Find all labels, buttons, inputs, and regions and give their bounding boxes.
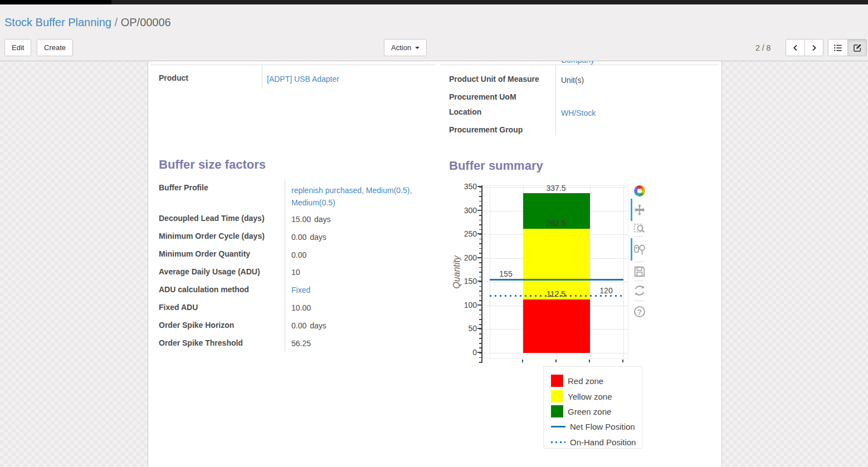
column-separator — [555, 65, 556, 134]
buffer-profile-value-link[interactable]: replenish purchased, Medium(0.5), Medium… — [291, 184, 432, 209]
y-axis-major-tick — [477, 281, 481, 282]
product-uom-label: Product Unit of Measure — [449, 75, 539, 83]
legend-item-yellow-zone[interactable]: Yellow zone — [551, 390, 612, 402]
compare-hover-icon[interactable] — [633, 243, 646, 257]
field-suffix: days — [310, 233, 326, 242]
pager-buttons — [786, 39, 823, 56]
form-view-button[interactable] — [847, 39, 867, 56]
list-icon — [833, 43, 842, 52]
y-tick-label: 0 — [460, 348, 477, 357]
adu-label: Average Daily Usage (ADU) — [159, 267, 260, 276]
adu-value: 10 — [291, 268, 300, 277]
field-number: 15.00 — [291, 215, 311, 224]
column-separator — [262, 65, 262, 89]
control-panel: Stock Buffer Planning / OP/00006 Edit Cr… — [0, 4, 868, 61]
buffer-size-factors-title: Buffer size factors — [159, 158, 266, 172]
gridline — [590, 186, 591, 358]
caret-down-icon — [415, 47, 420, 49]
order-spike-threshold-label: Order Spike Threshold — [159, 338, 243, 347]
column-separator — [285, 180, 285, 352]
product-uom-value: Unit(s) — [561, 76, 584, 85]
product-label: Product — [159, 73, 188, 82]
chevron-left-icon — [791, 43, 800, 52]
y-axis-major-tick — [477, 352, 481, 353]
order-spike-threshold-value: 56.25 — [291, 339, 311, 348]
top-navbar — [0, 0, 868, 4]
fixed-adu-value: 10.00 — [291, 303, 311, 312]
legend-label: Red zone — [568, 376, 603, 386]
breadcrumb-current: OP/00006 — [121, 16, 171, 28]
fixed-adu-label: Fixed ADU — [159, 303, 198, 312]
minimum-order-cycle-label: Minimum Order Cycle (days) — [159, 232, 265, 240]
y-axis-major-tick — [477, 304, 481, 306]
action-button-label: Action — [391, 43, 411, 52]
legend-label: Yellow zone — [568, 392, 612, 401]
box-zoom-icon[interactable] — [633, 222, 646, 235]
create-button[interactable]: Create — [37, 39, 73, 56]
pager-next-button[interactable] — [804, 39, 823, 56]
legend-item-red-zone[interactable]: Red zone — [551, 375, 603, 387]
breadcrumb-parent-link[interactable]: Stock Buffer Planning — [4, 16, 111, 28]
x-axis-tick — [589, 360, 590, 362]
legend-item-on-hand[interactable]: On-Hand Position — [551, 437, 636, 447]
reset-icon[interactable] — [633, 284, 646, 297]
y-tick-label: 100 — [460, 301, 477, 309]
x-axis-tick — [555, 360, 557, 362]
stock-buffer-planning-page: Stock Buffer Planning / OP/00006 Edit Cr… — [0, 0, 868, 467]
yellow-zone-bar — [523, 229, 590, 299]
order-spike-horizon-value: 0.00days — [291, 321, 326, 330]
adu-method-value-link[interactable]: Fixed — [291, 286, 310, 294]
plotly-logo — [634, 185, 645, 196]
annotation-buffer-top: 337.5 — [523, 184, 589, 193]
y-tick-label: 300 — [460, 206, 477, 215]
procurement-group-label: Procurement Group — [449, 125, 523, 134]
procurement-uom-label: Procurement UoM — [449, 92, 516, 101]
edit-button[interactable]: Edit — [4, 39, 31, 56]
legend-item-green-zone[interactable]: Green zone — [551, 405, 611, 417]
view-switcher — [828, 39, 867, 56]
annotation-on-hand: 120 — [593, 287, 620, 295]
breadcrumb: Stock Buffer Planning / OP/00006 — [4, 16, 171, 29]
modebar-active-indicator — [631, 199, 632, 221]
gridline — [483, 353, 628, 353]
annotation-yellow-top: 262.5 — [523, 219, 589, 228]
buffer-summary-title: Buffer summary — [449, 159, 543, 173]
gridline — [623, 186, 624, 358]
minimum-order-cycle-value: 0.00days — [291, 233, 326, 242]
y-tick-label: 200 — [460, 253, 477, 262]
list-view-button[interactable] — [828, 39, 848, 56]
navbar-active-menu — [0, 0, 111, 4]
plotly-logo-icon[interactable] — [633, 184, 646, 198]
dotted-line-swatch-icon — [551, 441, 565, 443]
chart-legend: Red zone Yellow zone Green zone Net Flow… — [543, 366, 642, 449]
x-axis-tick — [522, 360, 523, 362]
pager-counter: 2 / 8 — [755, 43, 771, 52]
field-number: 0.00 — [291, 321, 306, 330]
y-axis-minor-ticks — [479, 186, 481, 363]
y-tick-label: 150 — [460, 277, 477, 286]
field-suffix: days — [314, 215, 331, 224]
order-spike-horizon-label: Order Spike Horizon — [159, 321, 234, 330]
chevron-right-icon — [810, 43, 818, 52]
save-icon[interactable] — [633, 265, 646, 278]
red-swatch-icon — [551, 375, 563, 387]
x-axis-tick — [622, 360, 623, 362]
y-axis-major-tick — [477, 328, 481, 329]
decoupled-lead-time-label: Decoupled Lead Time (days) — [159, 214, 265, 223]
modebar-separator — [635, 280, 643, 281]
legend-item-net-flow[interactable]: Net Flow Position — [551, 422, 635, 431]
field-suffix: days — [310, 321, 326, 330]
red-zone-bar — [523, 299, 590, 353]
help-icon[interactable]: ? — [633, 305, 646, 318]
group-top-border-left — [150, 65, 436, 65]
pager-previous-button[interactable] — [786, 39, 805, 56]
location-value-link[interactable]: WH/Stock — [561, 109, 596, 117]
y-tick-label: 50 — [460, 324, 477, 333]
pan-icon[interactable] — [633, 203, 646, 217]
solid-line-swatch-icon — [551, 426, 565, 427]
help-question-glyph: ? — [634, 306, 645, 317]
action-button[interactable]: Action — [384, 39, 427, 56]
yellow-swatch-icon — [551, 390, 563, 402]
product-value-link[interactable]: [ADPT] USB Adapter — [267, 75, 339, 83]
buffer-profile-label: Buffer Profile — [159, 183, 208, 192]
